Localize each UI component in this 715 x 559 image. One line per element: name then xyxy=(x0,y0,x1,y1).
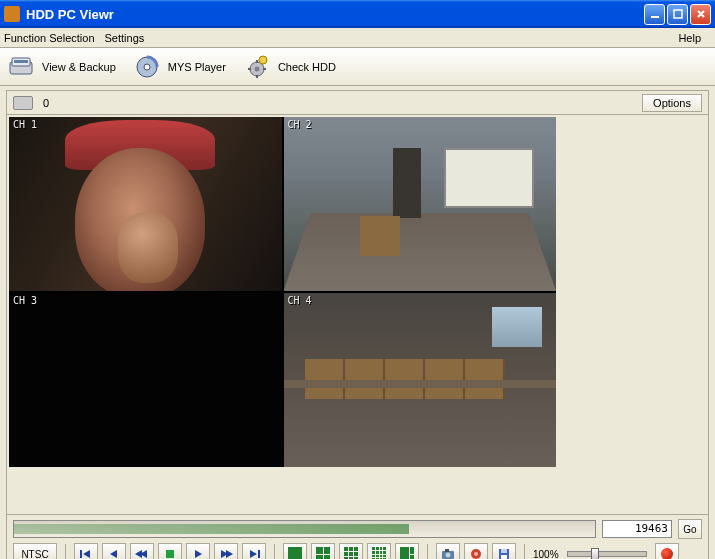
rewind-start-button[interactable] xyxy=(74,543,98,559)
window-close-button[interactable] xyxy=(690,4,711,25)
fast-forward-end-button[interactable] xyxy=(242,543,266,559)
mys-player-label: MYS Player xyxy=(168,61,226,73)
seek-bar[interactable] xyxy=(13,520,596,538)
grid-4-icon xyxy=(316,547,330,559)
disc-icon xyxy=(134,54,160,80)
svg-point-13 xyxy=(259,56,267,64)
step-back-button[interactable] xyxy=(102,543,126,559)
options-button[interactable]: Options xyxy=(642,94,702,112)
svg-marker-20 xyxy=(195,550,202,558)
record-button[interactable] xyxy=(655,543,679,559)
zoom-label: 100% xyxy=(533,549,559,560)
svg-rect-19 xyxy=(166,550,174,558)
menu-bar: Function Selection Settings Help xyxy=(0,28,715,48)
svg-rect-27 xyxy=(445,549,449,552)
slider-thumb[interactable] xyxy=(591,548,599,559)
video-area: CH 1 CH 2 CH 3 CH 4 xyxy=(7,115,708,514)
svg-marker-15 xyxy=(83,550,90,558)
svg-marker-23 xyxy=(250,550,257,558)
svg-rect-31 xyxy=(501,549,507,553)
grid-9-icon xyxy=(344,547,358,559)
view-and-backup-button[interactable]: View & Backup xyxy=(8,54,116,80)
playback-controls: 19463 Go NTSC xyxy=(7,514,708,559)
title-bar: HDD PC Viewr xyxy=(0,0,715,28)
svg-rect-24 xyxy=(258,550,260,558)
svg-marker-18 xyxy=(135,550,142,558)
svg-point-26 xyxy=(446,553,451,558)
gear-icon xyxy=(244,54,270,80)
step-fwd-button[interactable] xyxy=(214,543,238,559)
grid-custom-icon xyxy=(400,547,414,559)
menu-function-selection[interactable]: Function Selection xyxy=(4,32,95,44)
main-panel: 0 Options CH 1 CH 2 CH 3 xyxy=(6,90,709,559)
stop-button[interactable] xyxy=(158,543,182,559)
check-hdd-label: Check HDD xyxy=(278,61,336,73)
camera-2-feed[interactable]: CH 2 xyxy=(284,117,557,291)
check-hdd-button[interactable]: Check HDD xyxy=(244,54,336,80)
camera-2-label: CH 2 xyxy=(288,119,312,130)
scanner-icon xyxy=(8,54,34,80)
layout-2x2-button[interactable] xyxy=(311,543,335,559)
menu-settings[interactable]: Settings xyxy=(105,32,145,44)
format-indicator: NTSC xyxy=(13,543,57,559)
info-strip: 0 Options xyxy=(7,91,708,115)
record-icon xyxy=(661,548,673,559)
disk-icon xyxy=(13,96,33,110)
camera-4-label: CH 4 xyxy=(288,295,312,306)
menu-help[interactable]: Help xyxy=(678,32,701,44)
svg-point-29 xyxy=(474,552,478,556)
svg-rect-4 xyxy=(14,60,28,63)
play-reverse-button[interactable] xyxy=(130,543,154,559)
zoom-slider[interactable] xyxy=(567,551,647,557)
disk-count: 0 xyxy=(43,97,642,109)
grid-1-icon xyxy=(288,547,302,559)
seek-progress xyxy=(14,524,409,534)
svg-marker-16 xyxy=(110,550,117,558)
window-title: HDD PC Viewr xyxy=(26,7,644,22)
toolbar: View & Backup MYS Player Check HDD xyxy=(0,48,715,86)
svg-rect-1 xyxy=(674,10,682,18)
layout-custom-button[interactable] xyxy=(395,543,419,559)
view-backup-label: View & Backup xyxy=(42,61,116,73)
camera-3-feed[interactable]: CH 3 xyxy=(9,293,282,467)
save-button[interactable] xyxy=(492,543,516,559)
go-button[interactable]: Go xyxy=(678,519,702,539)
svg-point-6 xyxy=(144,64,150,70)
camera-3-label: CH 3 xyxy=(13,295,37,306)
frame-counter[interactable]: 19463 xyxy=(602,520,672,538)
snapshot-button[interactable] xyxy=(436,543,460,559)
mys-player-button[interactable]: MYS Player xyxy=(134,54,226,80)
layout-3x3-button[interactable] xyxy=(339,543,363,559)
svg-rect-14 xyxy=(80,550,82,558)
layout-1x1-button[interactable] xyxy=(283,543,307,559)
svg-rect-32 xyxy=(501,555,507,559)
camera-grid: CH 1 CH 2 CH 3 CH 4 xyxy=(9,117,556,467)
minimize-button[interactable] xyxy=(644,4,665,25)
app-icon xyxy=(4,6,20,22)
grid-16-icon xyxy=(372,547,386,559)
camera-1-label: CH 1 xyxy=(13,119,37,130)
svg-marker-22 xyxy=(226,550,233,558)
camera-4-feed[interactable]: CH 4 xyxy=(284,293,557,467)
layout-4x4-button[interactable] xyxy=(367,543,391,559)
svg-rect-0 xyxy=(651,16,659,18)
play-button[interactable] xyxy=(186,543,210,559)
svg-point-8 xyxy=(254,66,259,71)
maximize-button[interactable] xyxy=(667,4,688,25)
camera-1-feed[interactable]: CH 1 xyxy=(9,117,282,291)
audio-button[interactable] xyxy=(464,543,488,559)
